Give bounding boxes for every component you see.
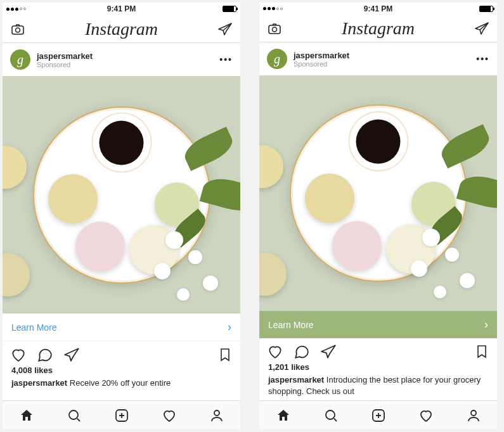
phone-mockup-right: 9:41 PM Instagram g jaspersmarket Sponso… (259, 3, 497, 429)
more-options-button[interactable]: ••• (476, 54, 489, 64)
nav-profile[interactable] (466, 408, 481, 423)
nav-home[interactable] (19, 408, 34, 423)
nav-search[interactable] (67, 408, 82, 423)
chevron-right-icon: › (228, 321, 231, 334)
camera-icon[interactable] (10, 22, 25, 37)
like-button[interactable] (267, 343, 283, 360)
svg-point-7 (326, 410, 335, 419)
sponsored-label: Sponsored (294, 60, 349, 68)
caption-username[interactable]: jaspersmarket (268, 375, 324, 384)
comment-button[interactable] (294, 343, 310, 360)
status-time: 9:41 PM (3, 4, 240, 13)
like-button[interactable] (10, 346, 27, 363)
app-header: Instagram (259, 15, 497, 43)
post-actions (3, 341, 240, 365)
nav-home[interactable] (276, 408, 291, 423)
post-image[interactable] (259, 75, 497, 310)
cta-button[interactable]: Learn More › (3, 314, 240, 341)
svg-point-1 (16, 28, 20, 32)
more-options-button[interactable]: ••• (219, 54, 233, 65)
app-logo: Instagram (342, 18, 415, 39)
status-bar: 9:41 PM (259, 3, 497, 15)
bookmark-button[interactable] (474, 344, 489, 359)
app-header: Instagram (3, 15, 240, 43)
svg-point-6 (273, 27, 277, 32)
share-button[interactable] (320, 343, 337, 360)
cta-button[interactable]: Learn More › (259, 311, 497, 339)
svg-rect-5 (269, 25, 280, 34)
nav-add[interactable] (114, 408, 129, 423)
post-header: g jaspersmarket Sponsored ••• (3, 43, 240, 76)
post-caption: jaspersmarket Introducing the best place… (259, 374, 497, 400)
avatar[interactable]: g (267, 49, 287, 69)
avatar[interactable]: g (10, 49, 30, 70)
cta-label: Learn More (11, 322, 57, 333)
app-logo: Instagram (85, 19, 158, 39)
comment-button[interactable] (37, 346, 53, 363)
bottom-nav (3, 400, 240, 429)
status-bar: 9:41 PM (3, 3, 240, 15)
nav-activity[interactable] (418, 408, 434, 423)
battery-icon (479, 6, 493, 12)
direct-icon[interactable] (474, 21, 489, 36)
nav-profile[interactable] (209, 408, 224, 423)
battery-icon (223, 6, 236, 12)
nav-activity[interactable] (162, 408, 177, 423)
share-button[interactable] (63, 346, 80, 363)
svg-point-9 (471, 410, 476, 416)
chevron-right-icon: › (484, 318, 488, 331)
direct-icon[interactable] (217, 22, 233, 37)
svg-point-4 (214, 410, 219, 416)
nav-search[interactable] (323, 408, 339, 423)
likes-count[interactable]: 1,201 likes (259, 362, 497, 374)
svg-point-2 (69, 410, 78, 419)
nav-add[interactable] (371, 408, 386, 423)
bookmark-button[interactable] (217, 347, 233, 362)
cta-label: Learn More (268, 320, 314, 330)
post-image[interactable] (3, 76, 240, 314)
camera-icon[interactable] (267, 21, 282, 36)
status-time: 9:41 PM (259, 4, 497, 13)
sponsored-label: Sponsored (37, 61, 93, 68)
post-username[interactable]: jaspersmarket (294, 51, 349, 60)
post-username[interactable]: jaspersmarket (37, 51, 93, 61)
svg-rect-0 (12, 26, 23, 34)
post-actions (259, 338, 497, 362)
caption-text: Receive 20% off your entire (70, 378, 171, 388)
phone-mockup-left: 9:41 PM Instagram g jaspersmarket Sponso… (3, 3, 240, 429)
post-caption: jaspersmarket Receive 20% off your entir… (3, 378, 240, 393)
post-header: g jaspersmarket Sponsored ••• (259, 42, 497, 75)
bottom-nav (259, 400, 497, 429)
caption-username[interactable]: jaspersmarket (11, 378, 67, 388)
likes-count[interactable]: 4,008 likes (3, 365, 240, 378)
